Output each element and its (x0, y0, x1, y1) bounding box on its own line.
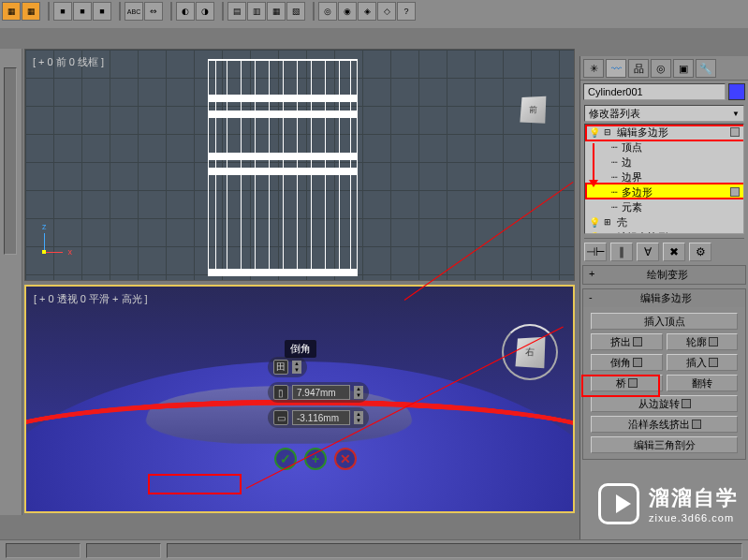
tb-btn-12[interactable]: ▧ (286, 2, 305, 21)
viewport-front-label: [ + 0 前 0 线框 ] (33, 55, 104, 69)
unique-button[interactable]: ∀ (637, 243, 659, 261)
annotation-box-bevel (581, 375, 660, 397)
caddy-value-2[interactable]: -3.116mm (292, 410, 350, 425)
tab-utilities[interactable]: 🔧 (696, 59, 716, 78)
panel-tabs: ✳ 〰 品 ◎ ▣ 🔧 (580, 56, 748, 81)
eye-icon: 💡 (589, 231, 600, 234)
tb-btn-9[interactable]: ▤ (227, 2, 246, 21)
tb-btn-2[interactable]: ▦ (22, 2, 40, 21)
status-bar (0, 539, 748, 560)
tab-modify[interactable]: 〰 (606, 59, 626, 78)
annotation-box-rim (148, 474, 242, 494)
eye-icon: 💡 (589, 216, 600, 228)
rollout-draw-deform: +绘制变形 (582, 265, 746, 285)
tb-btn-13[interactable]: ◎ (318, 2, 337, 21)
annotation-arrow-mod (593, 143, 594, 183)
stack-item-element[interactable]: ┈元素 (585, 199, 743, 214)
viewcube-front[interactable]: 前 (520, 96, 553, 130)
caddy-outline-icon[interactable]: ▭ (273, 410, 288, 425)
tb-btn-5[interactable]: ■ (93, 2, 111, 21)
play-icon (598, 483, 639, 524)
tb-btn-7[interactable]: ◐ (176, 2, 195, 21)
object-name-field[interactable]: Cylinder001 (583, 83, 726, 100)
wireframe-model (208, 59, 358, 276)
apply-button[interactable]: + (304, 448, 327, 470)
stack-item-vertex[interactable]: ┈顶点 (585, 140, 743, 155)
modifier-stack[interactable]: 💡⊟ 编辑多边形 ┈顶点 ┈边 ┈边界 ┈多边形 ┈元素 💡⊞ 壳 💡⊞ 编辑多… (584, 124, 744, 234)
cancel-button[interactable]: ✕ (334, 448, 357, 470)
tab-display[interactable]: ▣ (673, 59, 694, 78)
object-color-swatch[interactable] (728, 83, 745, 100)
modifier-list-dropdown[interactable]: 修改器列表 (584, 105, 744, 122)
caddy-title: 倒角 (285, 340, 316, 358)
tb-btn-8[interactable]: ◑ (196, 2, 214, 21)
stack-item-editpoly2[interactable]: 💡⊞ 编辑多边形 (585, 229, 743, 234)
rollout-head-editpoly[interactable]: -编辑多边形 (583, 289, 745, 307)
caddy-value-1[interactable]: 7.947mm (292, 385, 350, 400)
spin-edge-button[interactable]: 从边旋转 (591, 395, 738, 412)
bevel-button[interactable]: 倒角 (591, 354, 663, 371)
extrude-spline-button[interactable]: 沿样条线挤出 (591, 416, 738, 433)
tb-btn-abc[interactable]: ABC (125, 2, 143, 21)
show-end-button[interactable]: ∥ (610, 243, 633, 261)
extrude-button[interactable]: 挤出 (591, 333, 663, 350)
tb-btn-3[interactable]: ■ (53, 2, 72, 21)
viewport-persp-label: [ + 0 透视 0 平滑 + 高光 ] (34, 292, 148, 306)
tb-btn-17[interactable]: ? (397, 2, 416, 21)
tb-btn-1[interactable]: ▦ (2, 2, 21, 21)
insert-vertex-button[interactable]: 插入顶点 (591, 313, 738, 330)
annotation-box-polygon (585, 183, 744, 199)
flip-button[interactable]: 翻转 (667, 375, 739, 391)
stack-item-edge[interactable]: ┈边 (585, 155, 743, 169)
status-field-2 (86, 543, 161, 558)
viewport-front[interactable]: [ + 0 前 0 线框 ] 前 (24, 49, 575, 281)
pin-stack-button[interactable]: ⊣⊢ (584, 243, 607, 261)
edit-tri-button[interactable]: 编辑三角剖分 (591, 436, 738, 453)
inset-button[interactable]: 插入 (667, 354, 739, 371)
viewcube-persp-face[interactable]: 右 (515, 337, 545, 368)
watermark-title: 溜溜自学 (649, 484, 739, 512)
outline-button[interactable]: 轮廓 (667, 333, 739, 350)
tab-hierarchy[interactable]: 品 (628, 59, 649, 78)
viewport-perspective[interactable]: [ + 0 透视 0 平滑 + 高光 ] 倒角 田 ▲▼ ▯ 7.947mm ▲… (24, 285, 575, 513)
annotation-box-editpoly (585, 125, 744, 141)
status-field-1 (6, 543, 81, 558)
tb-btn-10[interactable]: ▥ (247, 2, 266, 21)
tab-create[interactable]: ✳ (583, 59, 604, 78)
tb-btn-16[interactable]: ◇ (377, 2, 396, 21)
status-field-3 (167, 543, 742, 558)
tb-btn-mirror[interactable]: ⇔ (144, 2, 163, 21)
caddy-height-icon[interactable]: ▯ (273, 385, 288, 400)
rollout-head-draw[interactable]: +绘制变形 (583, 266, 745, 284)
tb-btn-15[interactable]: ◈ (358, 2, 376, 21)
viewcube-face[interactable]: 前 (520, 96, 546, 124)
watermark: 溜溜自学 zixue.3d66.com (598, 483, 739, 524)
tb-btn-11[interactable]: ▦ (267, 2, 286, 21)
caddy-spinners: 倒角 田 ▲▼ ▯ 7.947mm ▲▼ ▭ -3.116mm ▲▼ (268, 338, 369, 428)
watermark-url: zixue.3d66.com (649, 512, 739, 523)
caddy-type-icon[interactable]: 田 (273, 360, 288, 375)
axis-gizmo (35, 233, 72, 271)
config-button[interactable]: ⚙ (689, 243, 711, 261)
stack-item-shell[interactable]: 💡⊞ 壳 (585, 214, 743, 229)
remove-mod-button[interactable]: ✖ (663, 243, 685, 261)
timeline-slider (0, 49, 22, 515)
tb-btn-4[interactable]: ■ (73, 2, 92, 21)
slider-track[interactable] (4, 67, 17, 255)
stack-toolbar: ⊣⊢ ∥ ∀ ✖ ⚙ (584, 238, 744, 261)
tb-btn-14[interactable]: ◉ (338, 2, 357, 21)
tab-motion[interactable]: ◎ (651, 59, 671, 78)
main-toolbar: ▦ ▦ ■ ■ ■ ABC ⇔ ◐ ◑ ▤ ▥ ▦ ▧ ◎ ◉ ◈ ◇ ? (0, 0, 748, 28)
